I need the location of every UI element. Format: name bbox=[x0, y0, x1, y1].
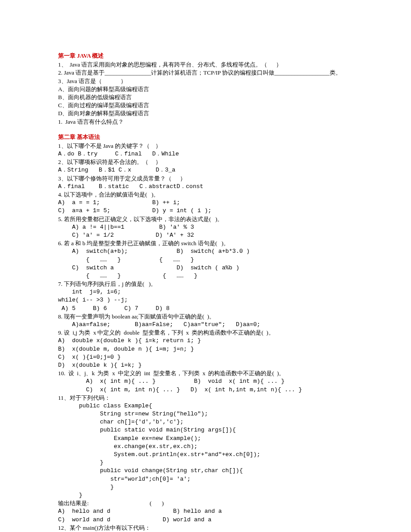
option: C) a=a + 1= 5; D) y = int ( i ); bbox=[58, 207, 353, 215]
q-text: 2、以下哪项标识符是不合法的。（ ） bbox=[58, 158, 353, 166]
q-text: 3、以下哪个修饰符可用于定义成员常量？（ ） bbox=[58, 175, 353, 183]
chapter-2-heading: 第二章 基本语法 bbox=[58, 133, 353, 141]
code: public static void main(String args[]){ bbox=[58, 426, 353, 434]
q-text: 1. Java 语言有什么特点？ bbox=[58, 118, 353, 126]
code: } bbox=[58, 459, 353, 467]
option: { …… } { …… } bbox=[58, 272, 353, 280]
option: A) x( int m){ ... } B) void x( int m){ .… bbox=[58, 377, 353, 385]
option: C) 'a' = 1/2 D) 'A' + 32 bbox=[58, 231, 353, 239]
q-text: 10. 设 i、j、k 为类 x 中定义的 int 型变量名，下列类 x 的构造… bbox=[58, 369, 353, 377]
option: D、面向对象的解释型高级编程语言 bbox=[58, 109, 353, 117]
code: System.out.println(ex.str+"and"+ex.ch[0]… bbox=[58, 451, 353, 459]
code: ex.change(ex.str,ex.ch); bbox=[58, 443, 353, 451]
q-text: 输出结果是: ( ) bbox=[58, 499, 353, 507]
code: public class Example{ bbox=[58, 402, 353, 410]
option: A) switch(a+b); B) switch( a+b*3.0 ) bbox=[58, 247, 353, 256]
option: C) world and d D) world and a bbox=[58, 516, 353, 524]
q-text: 3、Java 语言是（ ） bbox=[58, 77, 353, 85]
code: str="world";ch[0]= 'a'; bbox=[58, 475, 353, 483]
q-text: 8. 现有一变量声明为 boolean aa;下面赋值语句中正确的是( )。 bbox=[58, 313, 353, 321]
q-text: 2. Java 语言是基于________________计算的计算机语言；TC… bbox=[58, 69, 353, 77]
option: A、面向问题的解释型高级编程语言 bbox=[58, 85, 353, 93]
option: C、面向过程的编译型高级编程语言 bbox=[58, 101, 353, 109]
option: { …… } { …… } bbox=[58, 256, 353, 264]
option: A) a = = 1; B) ++ i; bbox=[58, 199, 353, 207]
code: public void change(String str,char ch[])… bbox=[58, 467, 353, 475]
q-text: 5. 若所用变量都已正确定义，以下选项中，非法的表达式是( )。 bbox=[58, 215, 353, 223]
option: A) double x(double k ){ i=k; return i; } bbox=[58, 337, 353, 345]
option: B、面向机器的低级编程语言 bbox=[58, 93, 353, 101]
q-text: 12、某个 main()方法中有以下代码： bbox=[58, 524, 353, 532]
code: String str=new String("hello"); bbox=[58, 410, 353, 418]
option: A)aa=false; B)aa=False; C)aa="true"; D)a… bbox=[58, 321, 353, 329]
option: C) x( ){i=0;j=0 } bbox=[58, 353, 353, 361]
q-text: 1、以下哪个不是 Java 的关键字？（ ） bbox=[58, 142, 353, 150]
option: D) x(double k ){ i=k; } bbox=[58, 361, 353, 369]
code: char ch[]={'d','b','c'}; bbox=[58, 418, 353, 426]
option: A．final B．static C．abstractD．const bbox=[58, 183, 353, 191]
code: int j=9, i=6; bbox=[58, 288, 353, 296]
q-text: 1、 Java 语言采用面向对象的思想编程，具有跨平台、分布式、多线程等优点。（… bbox=[58, 61, 353, 69]
q-text: 11、对于下列代码： bbox=[58, 394, 353, 402]
option: A) a != 4||b==1 B) 'a' % 3 bbox=[58, 223, 353, 231]
option: C) switch a D) switch ( a%b ) bbox=[58, 264, 353, 272]
code: Example ex=new Example(); bbox=[58, 435, 353, 443]
option: C) x( int m, int n){ ... } D) x( int h,i… bbox=[58, 386, 353, 394]
chapter-1-heading: 第一章 JAVA 概述 bbox=[58, 52, 353, 60]
option: A) hello and d B) hello and a bbox=[58, 507, 353, 515]
code: } bbox=[58, 491, 353, 499]
option: A) 5 B) 6 C) 7 D) 8 bbox=[58, 305, 353, 313]
q-text: 4. 以下选项中，合法的赋值语句是( )。 bbox=[58, 191, 353, 199]
code: } bbox=[58, 483, 353, 491]
code: while( i-- >3 ) --j; bbox=[58, 296, 353, 304]
option: B) x(double m, double n ){ i=m; j=n; } bbox=[58, 345, 353, 353]
q-text: 9. 设 i,j 为类 x 中定义的 double 型变量名，下列 x 类的构造… bbox=[58, 329, 353, 337]
q-text: 6. 若 a 和 b 均是整型变量并已正确赋值，正确的 switch 语句是( … bbox=[58, 239, 353, 247]
option: A．String B．$1 C．x D．3_a bbox=[58, 166, 353, 174]
option: A．do B．try C．final D．While bbox=[58, 150, 353, 158]
q-text: 7. 下列语句序列执行后，j 的值是( )。 bbox=[58, 280, 353, 288]
